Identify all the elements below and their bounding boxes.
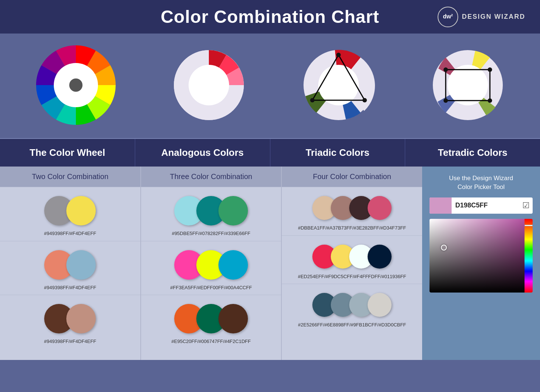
circles-row-f2 — [312, 245, 392, 269]
two-combo-1: #949398FF/#F4DF4EFF — [0, 187, 140, 241]
four-color-col: Four Color Combination #DBBEA1FF/#A37B73… — [282, 167, 422, 360]
four-codes-3: #2E5266FF/#6E8898FF/#9FB1BCFF/#D3D0CBFF — [298, 321, 406, 329]
label-triadic: Triadic Colors — [270, 139, 406, 167]
svg-point-1 — [69, 78, 83, 92]
svg-point-17 — [443, 98, 448, 103]
brand-logo: dw2 DESIGN WIZARD — [438, 7, 525, 27]
svg-point-14 — [443, 67, 448, 72]
circle-t2c — [218, 250, 248, 280]
analogous-label: Analogous Colors — [161, 147, 244, 158]
tetradic-label: Tetradic Colors — [438, 147, 508, 158]
three-color-header: Three Color Combination — [141, 167, 281, 187]
svg-point-15 — [488, 67, 492, 72]
circles-row-t2 — [174, 250, 248, 280]
three-combo-2: #FF3EA5FF/#EDFF00FF/#00A4CCFF — [141, 241, 281, 295]
picker-label: Use the Design WizardColor Picker Tool — [449, 174, 513, 192]
triadic-label: Triadic Colors — [306, 147, 369, 158]
circle-f1d — [368, 196, 392, 220]
combo-codes-1: #949398FF/#F4DF4EFF — [44, 230, 97, 237]
color-picker-gradient[interactable] — [429, 219, 533, 293]
circles-row-t1 — [174, 196, 248, 225]
circles-row-t3 — [174, 304, 248, 333]
combo-codes-3: #949398FF/#F4DF4EFF — [44, 338, 97, 345]
circles-row-1 — [44, 196, 96, 225]
circle-t1c — [218, 196, 248, 225]
circles-row-f1 — [312, 196, 392, 220]
svg-point-12 — [448, 65, 488, 105]
page-title: Color Combination Chart — [161, 7, 379, 27]
circle-t3c — [218, 304, 248, 333]
four-combo-1: #DBBEA1FF/#A37B73FF/#3E282BFF/#D34F73FF — [282, 187, 422, 236]
circles-row-3 — [44, 304, 96, 333]
four-codes-2: #ED254EFF/#F9DC5CFF/#F4FFFDFF/#011936FF — [298, 273, 406, 280]
logo-text: dw2 — [443, 13, 453, 20]
label-analogous: Analogous Colors — [135, 139, 270, 167]
triadic-wheel — [302, 48, 375, 123]
three-codes-1: #95DBE5FF/#078282FF/#339E66FF — [172, 230, 250, 237]
label-color-wheel: The Color Wheel — [0, 139, 135, 167]
tetradic-wheel — [431, 48, 505, 123]
color-wheel-label: The Color Wheel — [29, 147, 105, 158]
four-color-header: Four Color Combination — [282, 167, 422, 187]
two-combo-2: #949398FF/#F4DF4EFF — [0, 241, 140, 295]
combo-codes-2: #949398FF/#F4DF4EFF — [44, 284, 97, 291]
wheels-section — [0, 34, 540, 139]
three-codes-3: #E95C20FF/#006747FF/#4F2C1DFF — [171, 338, 250, 345]
three-color-col: Three Color Combination #95DBE5FF/#07828… — [141, 167, 282, 360]
logo-circle: dw2 — [438, 7, 458, 27]
svg-point-16 — [488, 98, 492, 103]
svg-point-4 — [189, 65, 229, 105]
circle-2b — [66, 250, 96, 280]
four-codes-1: #DBBEA1FF/#A37B73FF/#3E282BFF/#D34F73FF — [298, 224, 406, 232]
label-tetradic: Tetradic Colors — [405, 139, 540, 167]
hex-value-display: D198C5FF — [452, 202, 519, 209]
color-swatch-preview — [429, 197, 452, 214]
analogous-wheel — [172, 48, 246, 123]
circles-row-2 — [44, 250, 96, 280]
svg-point-9 — [362, 98, 367, 102]
color-wheel-full — [35, 45, 116, 127]
hue-bar[interactable] — [525, 219, 533, 293]
circles-row-f3 — [312, 293, 392, 317]
two-color-header: Two Color Combination — [0, 167, 140, 187]
color-input-row[interactable]: D198C5FF ☑ — [429, 197, 533, 214]
brand-name: DESIGN WIZARD — [462, 13, 525, 21]
svg-point-6 — [318, 65, 359, 105]
picker-handle[interactable] — [441, 245, 447, 251]
main-content: Two Color Combination #949398FF/#F4DF4EF… — [0, 167, 540, 360]
color-picker-panel: Use the Design WizardColor Picker Tool D… — [422, 167, 540, 360]
three-codes-2: #FF3EA5FF/#EDFF00FF/#00A4CCFF — [170, 284, 252, 291]
circle-1b — [66, 196, 96, 225]
hue-indicator — [525, 225, 533, 226]
three-combo-3: #E95C20FF/#006747FF/#4F2C1DFF — [141, 295, 281, 349]
logo-sup: 2 — [451, 13, 453, 17]
svg-point-10 — [310, 98, 315, 102]
gradient-main[interactable] — [429, 219, 525, 293]
circle-f3d — [368, 293, 392, 317]
combos-area: Two Color Combination #949398FF/#F4DF4EF… — [0, 167, 422, 360]
four-combo-3: #2E5266FF/#6E8898FF/#9FB1BCFF/#D3D0CBFF — [282, 284, 422, 332]
section-labels: The Color Wheel Analogous Colors Triadic… — [0, 139, 540, 167]
two-combo-3: #949398FF/#F4DF4EFF — [0, 295, 140, 349]
circle-3b — [66, 304, 96, 333]
eyedropper-icon[interactable]: ☑ — [519, 197, 533, 214]
three-combo-1: #95DBE5FF/#078282FF/#339E66FF — [141, 187, 281, 241]
svg-point-8 — [336, 53, 341, 57]
circle-f2d — [368, 245, 392, 269]
header: Color Combination Chart dw2 DESIGN WIZAR… — [0, 0, 540, 34]
two-color-col: Two Color Combination #949398FF/#F4DF4EF… — [0, 167, 141, 360]
four-combo-2: #ED254EFF/#F9DC5CFF/#F4FFFDFF/#011936FF — [282, 236, 422, 284]
